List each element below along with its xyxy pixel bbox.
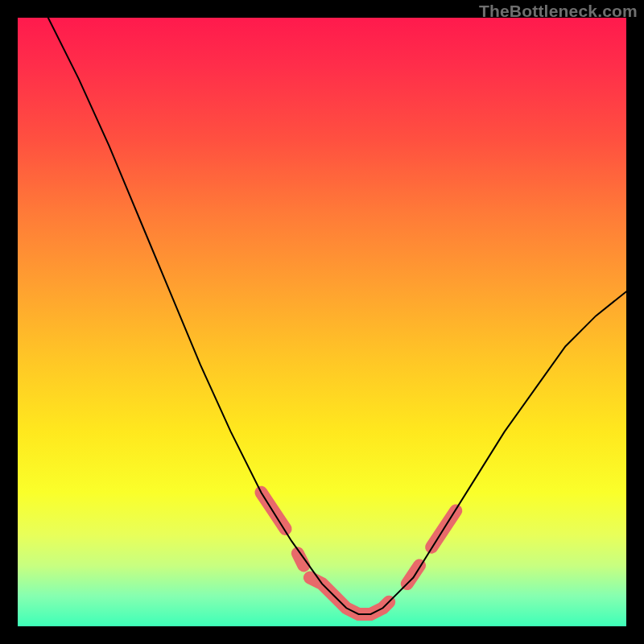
accent-segments [261,493,456,614]
line-chart [18,18,626,626]
attribution-text: TheBottleneck.com [479,2,638,21]
bottleneck-curve [48,18,626,614]
chart-frame: TheBottleneck.com [0,0,644,644]
